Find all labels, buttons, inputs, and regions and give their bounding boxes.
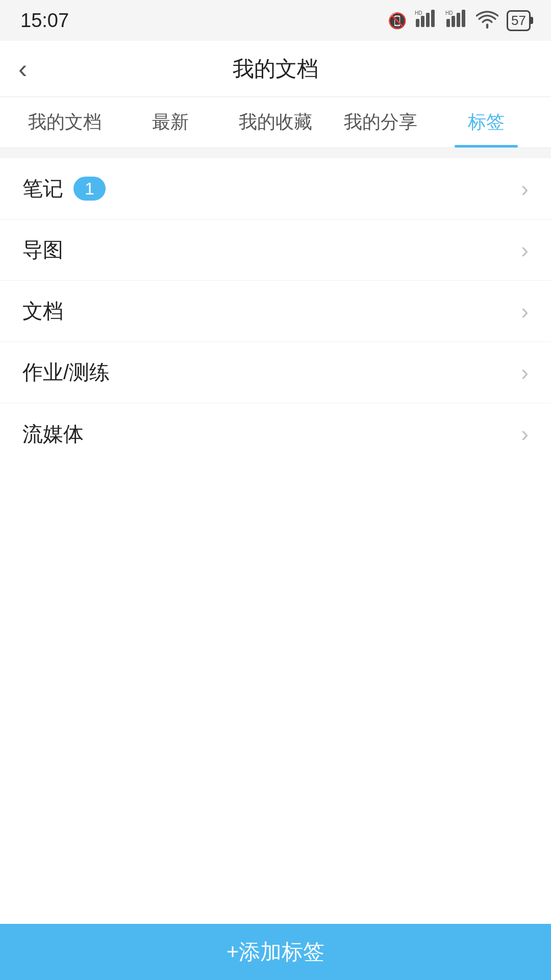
battery-icon: 57 <box>507 10 531 31</box>
list-item-label-streaming: 流媒体 <box>22 420 84 448</box>
tab-shares[interactable]: 我的分享 <box>328 97 433 148</box>
tab-tags[interactable]: 标签 <box>434 97 539 148</box>
hd-signal-2: HD <box>445 10 468 32</box>
chevron-icon-notes: › <box>521 176 529 202</box>
svg-rect-2 <box>426 13 430 27</box>
badge-notes: 1 <box>73 177 106 201</box>
add-tag-button[interactable]: +添加标签 <box>0 924 551 980</box>
list-item-mindmap[interactable]: 导图 › <box>0 219 551 281</box>
svg-rect-1 <box>421 16 424 27</box>
battery-level: 57 <box>511 13 526 29</box>
content-area: 我的文档 最新 我的收藏 我的分享 标签 笔记 1 › 导图 <box>0 97 551 980</box>
list-item-streaming[interactable]: 流媒体 › <box>0 403 551 464</box>
tab-recent[interactable]: 最新 <box>117 97 222 148</box>
svg-rect-0 <box>416 19 419 27</box>
status-icons: 📵 HD HD <box>388 10 531 32</box>
status-time: 15:07 <box>20 10 69 32</box>
tab-favorites[interactable]: 我的收藏 <box>223 97 328 148</box>
header: ‹ 我的文档 <box>0 41 551 97</box>
wifi-icon <box>476 10 498 31</box>
list-item-label-homework: 作业/测练 <box>22 358 110 386</box>
svg-rect-5 <box>446 19 450 27</box>
back-button[interactable]: ‹ <box>18 56 27 82</box>
list-item-notes[interactable]: 笔记 1 › <box>0 158 551 219</box>
list-item-label-notes: 笔记 <box>22 175 63 203</box>
svg-rect-7 <box>457 13 460 27</box>
svg-rect-6 <box>452 16 455 27</box>
hd-signal-1: HD <box>415 10 437 32</box>
page-title: 我的文档 <box>233 55 318 83</box>
tab-bar: 我的文档 最新 我的收藏 我的分享 标签 <box>0 97 551 148</box>
status-bar: 15:07 📵 HD HD <box>0 0 551 41</box>
chevron-icon-streaming: › <box>521 421 529 447</box>
svg-rect-8 <box>462 10 465 27</box>
list-item-documents[interactable]: 文档 › <box>0 281 551 342</box>
add-tag-label: +添加标签 <box>227 938 325 966</box>
list-item-homework[interactable]: 作业/测练 › <box>0 342 551 403</box>
svg-rect-3 <box>431 10 435 27</box>
chevron-icon-documents: › <box>521 299 529 324</box>
svg-text:HD: HD <box>445 10 453 16</box>
svg-text:HD: HD <box>415 10 422 16</box>
list-item-label-documents: 文档 <box>22 297 63 325</box>
tag-list: 笔记 1 › 导图 › 文档 › 作业/测练 <box>0 158 551 924</box>
list-item-label-mindmap: 导图 <box>22 236 63 264</box>
chevron-icon-homework: › <box>521 360 529 385</box>
chevron-icon-mindmap: › <box>521 237 529 263</box>
tab-my-docs[interactable]: 我的文档 <box>12 97 117 148</box>
signal-icon: 📵 <box>388 12 407 30</box>
